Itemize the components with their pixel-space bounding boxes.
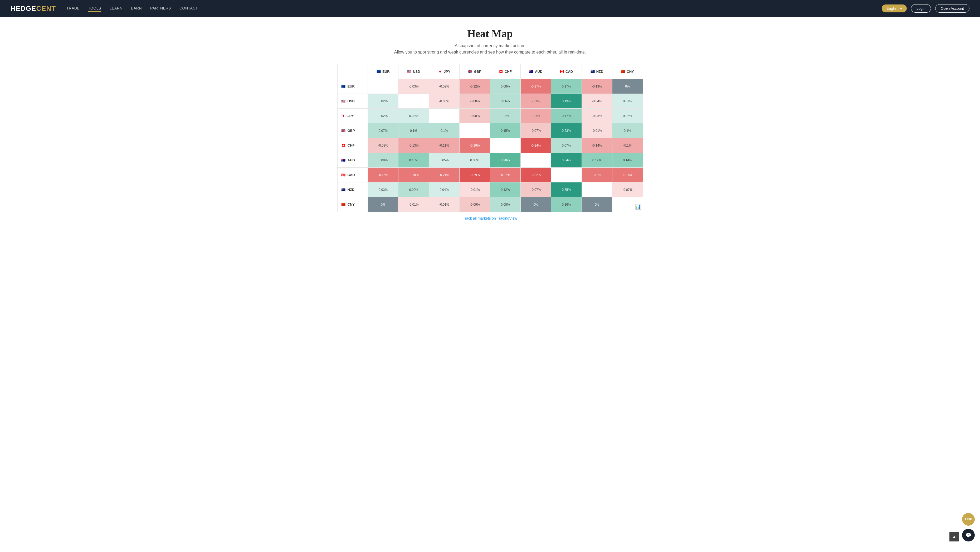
row-label-cell: 🇺🇸 USD	[337, 94, 368, 108]
cell-value: 0.09%	[379, 158, 388, 162]
cell-value: -0.15%	[378, 173, 388, 177]
heatmap-cell: -0.08%	[368, 138, 398, 153]
row-label-cell: 🇨🇳 CNY	[337, 197, 368, 212]
cell-value: -0.19%	[469, 144, 480, 147]
heatmap-cell: 0.17%	[551, 108, 582, 123]
cell-value: -0.01%	[469, 188, 480, 191]
logo[interactable]: HEDGECENT	[11, 5, 56, 13]
row-currency-chf: CHF	[348, 144, 355, 147]
cell-value: 0.17%	[562, 114, 571, 118]
heatmap-cell	[368, 79, 398, 94]
heatmap-cell: 0%	[520, 197, 551, 212]
col-label-usd: USD	[413, 70, 420, 73]
heatmap-cell: 0.09%	[398, 182, 429, 197]
table-row: 🇨🇦 CAD -0.15%-0.18%-0.21%-0.29%-0.16%-0.…	[337, 168, 643, 182]
cell-value: -0.08%	[378, 144, 388, 147]
heatmap-cell: 0.28%	[490, 153, 520, 168]
nav-partners[interactable]: PARTNERS	[150, 5, 171, 12]
heatmap-cell: -0.16%	[612, 168, 643, 182]
col-header-cad: 🇨🇦 CAD	[551, 64, 582, 79]
table-row: 🇦🇺 AUD 0.09%0.15%0.05%0.05%0.28%0.34%0.1…	[337, 153, 643, 168]
logo-text: HEDGECENT	[11, 5, 56, 13]
nav-trade[interactable]: TRADE	[67, 5, 80, 12]
heatmap-cell: -0.08%	[460, 108, 490, 123]
heatmap-cell	[460, 123, 490, 138]
cell-value: -0.13%	[592, 85, 602, 88]
heatmap-cell: -0.07%	[520, 182, 551, 197]
nav-contact[interactable]: CONTACT	[180, 5, 198, 12]
cell-value: 0.12%	[592, 158, 601, 162]
heatmap-cell: 0.07%	[551, 138, 582, 153]
cell-value: 0.19%	[562, 99, 571, 103]
heatmap-cell: 0.16%	[551, 197, 582, 212]
cell-value: -0.01%	[439, 203, 449, 206]
cell-value: -0.03%	[439, 99, 449, 103]
heatmap-cell: 0.03%	[368, 182, 398, 197]
col-label-eur: EUR	[382, 70, 390, 73]
cell-value: 0.02%	[409, 114, 418, 118]
flag-row-jpy: 🇯🇵	[341, 114, 345, 118]
heatmap-cell: -0.03%	[429, 94, 460, 108]
cell-value: -0.16%	[500, 173, 510, 177]
nav-links: TRADE TOOLS LEARN EARN PARTNERS CONTACT	[67, 5, 882, 12]
track-link[interactable]: Track all markets on TradingView	[5, 216, 975, 220]
heatmap-cell: -0.19%	[460, 138, 490, 153]
heatmap-cell	[582, 182, 612, 197]
heatmap-cell: 0.06%	[490, 94, 520, 108]
heatmap-cell: 0.1%	[398, 123, 429, 138]
chevron-down-icon: ▾	[900, 6, 902, 11]
nav-earn[interactable]: EARN	[131, 5, 142, 12]
row-label-cell: 🇳🇿 NZD	[337, 182, 368, 197]
row-currency-jpy: JPY	[348, 114, 354, 118]
col-label-cad: CAD	[565, 70, 573, 73]
cell-value: -0.03%	[409, 85, 419, 88]
flag-nzd: 🇳🇿	[590, 70, 595, 73]
language-button[interactable]: English ▾	[882, 5, 907, 13]
col-header-chf: 🇨🇭 CHF	[490, 64, 520, 79]
col-label-chf: CHF	[504, 70, 512, 73]
flag-row-cad: 🇨🇦	[341, 173, 345, 177]
cell-value: 0.06%	[501, 99, 510, 103]
heatmap-cell: -0.29%	[460, 168, 490, 182]
heatmap-cell: -0.01%	[398, 197, 429, 212]
heatmap-cell: 0.02%	[368, 94, 398, 108]
heatmap-cell: -0.15%	[368, 168, 398, 182]
cell-value: 0.17%	[562, 85, 571, 88]
heatmap-cell: -0.01%	[429, 197, 460, 212]
heatmap-cell: 0.15%	[398, 153, 429, 168]
cell-value: -0.01%	[592, 129, 602, 132]
cell-value: -0.13%	[409, 144, 419, 147]
flag-row-eur: 🇪🇺	[341, 85, 345, 88]
heatmap-cell	[429, 108, 460, 123]
cell-value: -0.01%	[409, 203, 419, 206]
heatmap-cell: -0.21%	[429, 168, 460, 182]
login-button[interactable]: Login	[911, 4, 931, 13]
heatmap-cell: 0.05%	[460, 153, 490, 168]
table-row: 🇳🇿 NZD 0.03%0.09%0.04%-0.01%0.12%-0.07%0…	[337, 182, 643, 197]
nav-tools[interactable]: TOOLS	[88, 5, 101, 12]
col-label-cny: CNY	[627, 70, 634, 73]
cell-value: 0.1%	[441, 129, 448, 132]
cell-value: 0.01%	[623, 99, 632, 103]
heatmap-cell: -0.1%	[520, 108, 551, 123]
cell-value: 0.08%	[501, 85, 510, 88]
table-row: 🇺🇸 USD 0.02%-0.03%-0.08%0.06%-0.1%0.19%-…	[337, 94, 643, 108]
cell-value: -0.07%	[531, 129, 541, 132]
open-account-button[interactable]: Open Account	[935, 4, 969, 13]
heatmap-cell: -0.1%	[520, 94, 551, 108]
heatmap-cell: -0.13%	[582, 79, 612, 94]
cell-value: 0.1%	[502, 114, 509, 118]
cell-value: -0.02%	[439, 85, 449, 88]
cell-value: 0.02%	[379, 114, 388, 118]
language-label: English	[886, 6, 899, 11]
cell-value: -0.07%	[622, 188, 632, 191]
heatmap-table: 🇪🇺 EUR 🇺🇸 USD 🇯🇵 JPY	[337, 64, 643, 212]
heatmap-cell: 0.12%	[582, 153, 612, 168]
heatmap-cell: 0.08%	[490, 197, 520, 212]
cell-value: -0.18%	[409, 173, 419, 177]
cell-value: 0.1%	[410, 129, 417, 132]
heatmap-cell	[398, 94, 429, 108]
cell-value: -0.24%	[531, 144, 541, 147]
cell-value: 0.08%	[501, 203, 510, 206]
nav-learn[interactable]: LEARN	[110, 5, 123, 12]
